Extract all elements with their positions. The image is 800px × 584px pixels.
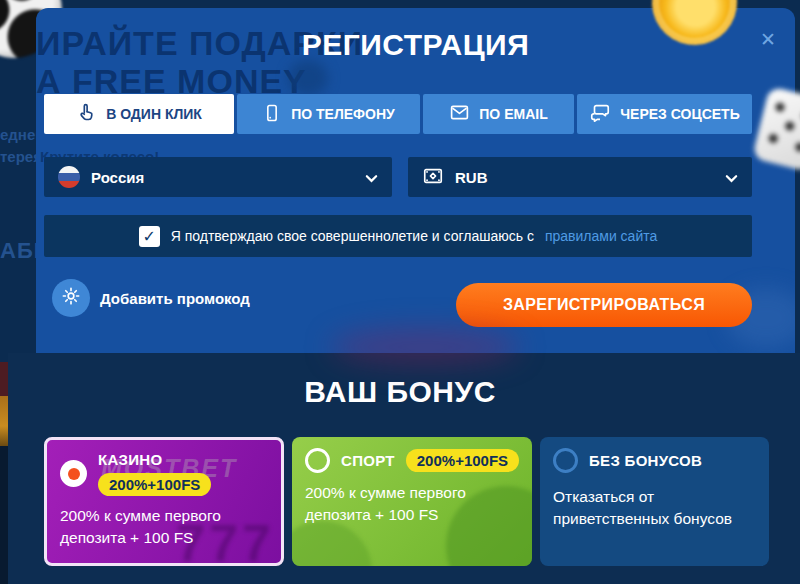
consent-checkbox[interactable]: ✓ [139,226,160,247]
background-text-fragment: АБРАТЬ [0,238,36,264]
tab-via-social[interactable]: ЧЕРЕЗ СОЦСЕТЬ [577,94,752,134]
decor-blob [330,328,520,366]
tab-by-phone[interactable]: ПО ТЕЛЕФОНУ [237,94,420,134]
envelope-icon [449,102,470,126]
tab-one-click[interactable]: В ОДИН КЛИК [44,94,234,134]
promocode-button[interactable] [52,279,90,317]
currency-select-value: RUB [455,169,488,186]
tab-label: ЧЕРЕЗ СОЦСЕТЬ [620,106,739,122]
tab-label: ПО ТЕЛЕФОНУ [291,106,395,122]
bonus-card-no-bonus[interactable]: БЕЗ БОНУСОВ Отказаться от приветственных… [540,437,769,566]
card-description: Отказаться от приветственных бонусов [553,486,753,531]
russia-flag-icon [58,166,80,188]
close-icon[interactable]: ✕ [756,28,780,52]
background-text-fragment: терея! Кр [0,148,36,165]
card-label: БЕЗ БОНУСОВ [589,452,702,469]
consent-row: ✓ Я подтверждаю свое совершеннолетие и с… [44,215,752,257]
tab-label: ПО EMAIL [479,106,547,122]
registration-modal: ИРАЙТЕ ПОДАРКИ А FREE MONEY Крутите коле… [36,8,795,353]
bonus-badge: 200%+100FS [98,473,211,496]
banknote-icon [422,165,444,190]
chat-bubbles-icon [589,102,611,127]
registration-tabs: В ОДИН КЛИК ПО ТЕЛЕФОНУ [44,94,752,134]
bonus-card-sport[interactable]: СПОРТ 200%+100FS 200% к сумме первого де… [292,437,532,566]
background-text-fragment: едневн [0,126,36,143]
currency-select[interactable]: RUB [408,157,752,197]
one-click-hand-icon [76,102,97,126]
country-select-value: Россия [91,169,144,186]
bonus-title: ВАШ БОНУС [8,375,792,409]
register-button[interactable]: ЗАРЕГИСТРИРОВАТЬСЯ [456,283,752,327]
radio-unselected-icon[interactable] [553,448,578,473]
background-fragment [0,396,8,446]
promocode-label[interactable]: Добавить промокод [100,290,250,307]
tab-label: В ОДИН КЛИК [106,106,202,122]
radio-unselected-icon[interactable] [305,448,330,473]
consent-text: Я подтверждаю свое совершеннолетие и сог… [171,228,534,244]
card-description: 200% к сумме первого депозита + 100 FS [305,482,515,527]
tab-by-email[interactable]: ПО EMAIL [423,94,574,134]
radio-selected-icon[interactable] [60,460,87,487]
bonus-badge: 200%+100FS [406,449,519,472]
card-label: СПОРТ [341,452,395,469]
gear-icon [61,286,81,310]
site-rules-link[interactable]: правилами сайта [545,228,657,244]
chevron-down-icon [725,169,738,186]
phone-icon [262,103,282,126]
chevron-down-icon [365,169,378,186]
background-fragment [0,446,8,584]
background-fragment [0,362,8,396]
select-row: Россия RUB [44,157,752,197]
bonus-card-casino[interactable]: MOSTBET 777 КАЗИНО 200%+100FS 200% к сум… [44,437,284,566]
bonus-panel: ВАШ БОНУС MOSTBET 777 КАЗИНО 200%+100FS … [8,353,800,584]
country-select[interactable]: Россия [44,157,392,197]
card-label: КАЗИНО [98,451,162,468]
card-description: 200% к сумме первого депозита + 100 FS [60,505,268,550]
registration-screen: едневн терея! Кр АБРАТЬ ИРАЙТЕ ПОДАРКИ А… [0,0,800,584]
